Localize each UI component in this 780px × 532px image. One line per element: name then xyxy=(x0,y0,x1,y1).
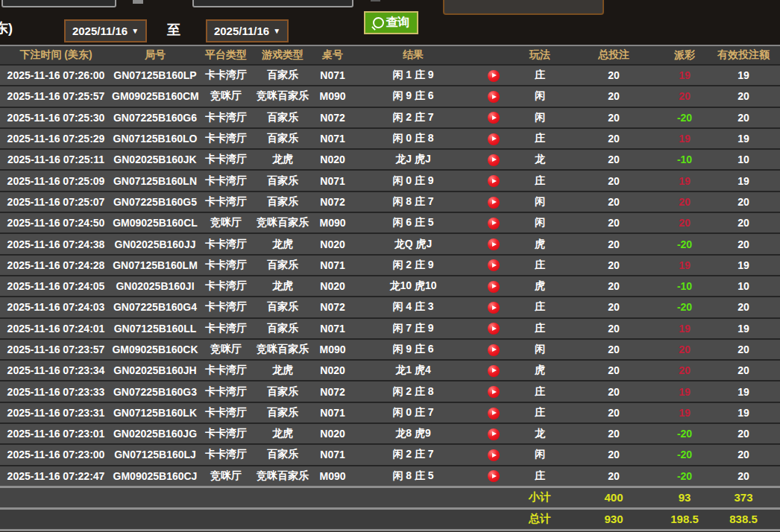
result-cell: 闲 9 庄 6 xyxy=(353,339,473,360)
replay-icon[interactable] xyxy=(488,449,500,461)
result-cell: 龙10 虎10 xyxy=(353,276,473,297)
round-id-cell: GN02025B160JH xyxy=(112,360,198,381)
table-no-cell: N071 xyxy=(312,318,353,339)
table-no-cell: M090 xyxy=(312,86,353,107)
table-no-cell: N071 xyxy=(312,65,353,86)
result-cell: 龙J 虎J xyxy=(353,149,473,170)
subtotal-payout: 93 xyxy=(662,487,707,508)
replay-cell xyxy=(473,423,515,444)
cutoff-dropdown[interactable] xyxy=(443,0,604,15)
replay-icon[interactable] xyxy=(488,259,500,271)
cutoff-text-input-2[interactable] xyxy=(192,0,353,7)
result-cell: 闲 0 庄 9 xyxy=(353,170,473,191)
table-row: 2025-11-16 07:24:01GN07125B160LL卡卡湾厅百家乐N… xyxy=(0,318,780,339)
caret-down-icon: ▼ xyxy=(273,28,280,35)
replay-icon[interactable] xyxy=(488,218,500,229)
round-id-cell: GM09025B160CK xyxy=(112,339,198,360)
total-bet-cell: 20 xyxy=(565,65,662,86)
table-no-cell: M090 xyxy=(312,339,353,360)
valid-bet-cell: 19 xyxy=(707,381,780,402)
replay-icon[interactable] xyxy=(488,344,500,356)
total-bet-cell: 20 xyxy=(565,339,662,360)
table-no-cell: N020 xyxy=(312,149,353,170)
bet-time-cell: 2025-11-16 07:24:28 xyxy=(0,255,112,276)
valid-bet-cell: 20 xyxy=(707,444,780,465)
game-type-cell: 百家乐 xyxy=(254,381,312,402)
replay-icon[interactable] xyxy=(488,365,500,377)
table-header-row: 下注时间 (美东)局号平台类型游戏类型桌号结果玩法总投注派彩有效投注额 xyxy=(0,45,780,65)
replay-icon[interactable] xyxy=(488,154,500,166)
subtotal-row: 小计 400 93 373 xyxy=(0,487,780,508)
payout-cell: -10 xyxy=(662,276,707,297)
table-no-cell: N071 xyxy=(312,170,353,191)
replay-icon[interactable] xyxy=(488,91,500,103)
bet-time-cell: 2025-11-16 07:23:00 xyxy=(0,444,112,465)
result-cell: 闲 7 庄 9 xyxy=(353,318,473,339)
replay-icon[interactable] xyxy=(488,408,500,419)
payout-cell: -20 xyxy=(662,444,707,465)
platform-cell: 卡卡湾厅 xyxy=(198,444,254,465)
date-to-value: 2025/11/16 xyxy=(214,25,269,37)
platform-cell: 卡卡湾厅 xyxy=(198,297,254,317)
game-type-cell: 竞咪百家乐 xyxy=(254,339,312,360)
replay-cell xyxy=(473,381,515,402)
cutoff-checkbox-2[interactable] xyxy=(371,0,380,1)
replay-icon[interactable] xyxy=(488,175,500,187)
platform-cell: 竞咪厅 xyxy=(198,212,254,233)
round-id-cell: GM09025B160CJ xyxy=(112,466,198,487)
replay-icon[interactable] xyxy=(488,70,500,82)
replay-icon[interactable] xyxy=(488,323,500,335)
round-id-cell: GM09025B160CM xyxy=(112,86,198,107)
bet-time-cell: 2025-11-16 07:23:31 xyxy=(0,402,112,423)
replay-icon[interactable] xyxy=(488,133,500,145)
game-type-cell: 百家乐 xyxy=(254,191,312,212)
replay-icon[interactable] xyxy=(488,112,500,124)
replay-icon[interactable] xyxy=(488,197,500,209)
subtotal-label: 小计 xyxy=(515,487,565,508)
valid-bet-cell: 20 xyxy=(707,297,780,317)
replay-icon[interactable] xyxy=(488,302,500,314)
col-header-round-id: 局号 xyxy=(112,45,198,65)
game-type-cell: 百家乐 xyxy=(254,170,312,191)
total-bet-cell: 20 xyxy=(565,423,662,444)
platform-cell: 卡卡湾厅 xyxy=(198,402,254,423)
platform-cell: 卡卡湾厅 xyxy=(198,318,254,339)
payout-cell: 20 xyxy=(662,360,707,381)
result-cell: 闲 0 庄 8 xyxy=(353,128,473,149)
platform-cell: 卡卡湾厅 xyxy=(198,233,254,254)
valid-bet-cell: 20 xyxy=(707,233,780,254)
replay-icon[interactable] xyxy=(488,238,500,250)
round-id-cell: GN07125B160LP xyxy=(112,65,198,86)
search-icon xyxy=(373,17,384,28)
replay-icon[interactable] xyxy=(488,470,500,482)
cutoff-checkbox[interactable] xyxy=(133,0,143,4)
query-button[interactable]: 查询 xyxy=(364,11,418,34)
bet-time-cell: 2025-11-16 07:25:30 xyxy=(0,107,112,128)
clipped-label: 东) xyxy=(0,19,13,37)
payout-cell: 19 xyxy=(662,381,707,402)
play-type-cell: 龙 xyxy=(515,423,565,444)
table-row: 2025-11-16 07:24:05GN02025B160JI卡卡湾厅龙虎N0… xyxy=(0,276,780,297)
game-type-cell: 竞咪百家乐 xyxy=(254,86,312,107)
replay-icon[interactable] xyxy=(488,281,500,293)
table-row: 2025-11-16 07:23:31GN07125B160LK卡卡湾厅百家乐N… xyxy=(0,402,780,423)
table-no-cell: M090 xyxy=(312,466,353,487)
table-no-cell: N020 xyxy=(312,423,353,444)
date-from-select[interactable]: 2025/11/16▼ xyxy=(64,19,147,42)
result-cell: 龙Q 虎J xyxy=(353,233,473,254)
play-type-cell: 龙 xyxy=(515,149,565,170)
bet-time-cell: 2025-11-16 07:25:09 xyxy=(0,170,112,191)
payout-cell: -20 xyxy=(662,297,707,317)
cutoff-text-input[interactable] xyxy=(1,0,116,7)
replay-icon[interactable] xyxy=(488,428,500,440)
table-no-cell: N020 xyxy=(312,276,353,297)
platform-cell: 卡卡湾厅 xyxy=(198,423,254,444)
game-type-cell: 竞咪百家乐 xyxy=(254,466,312,487)
date-to-select[interactable]: 2025/11/16▼ xyxy=(206,19,289,42)
col-header-table-no: 桌号 xyxy=(312,45,353,65)
replay-icon[interactable] xyxy=(488,386,500,398)
table-no-cell: N020 xyxy=(312,233,353,254)
replay-cell xyxy=(473,360,515,381)
payout-cell: -20 xyxy=(662,233,707,254)
payout-cell: 19 xyxy=(662,318,707,339)
